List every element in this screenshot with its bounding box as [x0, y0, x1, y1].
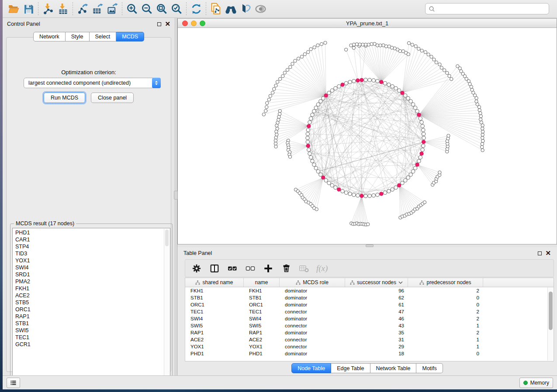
graph-node[interactable] [414, 106, 417, 110]
graph-node-mcds[interactable] [380, 80, 383, 84]
graph-node[interactable] [297, 57, 300, 60]
graph-node-mcds[interactable] [420, 152, 423, 155]
mcds-result-item[interactable]: TID3 [15, 250, 164, 257]
graph-node[interactable] [409, 100, 412, 103]
graph-node[interactable] [422, 136, 426, 140]
export-network-icon[interactable] [75, 2, 90, 16]
run-mcds-button[interactable]: Run MCDS [44, 93, 85, 103]
table-row[interactable]: ACE2ACE2connector311 [185, 336, 547, 343]
graph-node[interactable] [478, 109, 481, 112]
mcds-result-item[interactable]: GCR1 [15, 341, 164, 348]
zoom-in-icon[interactable] [125, 2, 139, 16]
graph-node[interactable] [376, 79, 379, 83]
mcds-result-item[interactable]: YOX1 [15, 257, 164, 264]
graph-node[interactable] [373, 42, 376, 45]
graph-node[interactable] [406, 96, 410, 100]
graph-node[interactable] [327, 181, 331, 185]
graph-node[interactable] [481, 148, 484, 151]
network-canvas[interactable] [178, 28, 557, 244]
graph-node-mcds[interactable] [324, 94, 328, 97]
graph-node[interactable] [419, 155, 422, 159]
graph-node[interactable] [481, 130, 484, 133]
graph-node[interactable] [311, 113, 314, 117]
graph-node[interactable] [456, 65, 459, 68]
graph-node[interactable] [274, 139, 277, 142]
graph-node[interactable] [269, 94, 272, 97]
graph-node[interactable] [412, 170, 415, 173]
mcds-result-item[interactable]: STB1 [15, 320, 164, 327]
graph-node[interactable] [311, 159, 314, 163]
graph-node[interactable] [330, 184, 334, 187]
graph-node[interactable] [267, 98, 270, 101]
graph-node[interactable] [315, 208, 318, 211]
zoom-selected-icon[interactable] [169, 2, 184, 16]
graph-node[interactable] [475, 100, 478, 103]
graph-node[interactable] [283, 71, 286, 74]
graph-node[interactable] [419, 117, 422, 120]
graph-node[interactable] [277, 115, 280, 118]
graph-node[interactable] [312, 110, 316, 113]
graph-node[interactable] [281, 75, 284, 78]
graph-node[interactable] [481, 127, 484, 130]
graph-node[interactable] [412, 103, 415, 106]
search-box[interactable] [425, 3, 549, 14]
graph-node[interactable] [314, 106, 318, 110]
graph-node-mcds[interactable] [417, 113, 421, 117]
graph-node[interactable] [422, 128, 425, 132]
find-icon[interactable] [223, 2, 238, 16]
mcds-result-item[interactable]: PHD1 [15, 229, 164, 236]
graph-node[interactable] [322, 96, 325, 100]
graph-node[interactable] [361, 43, 364, 46]
graph-node[interactable] [306, 140, 309, 144]
network-window-titlebar[interactable]: YPA_prune.txt_1 [178, 19, 557, 28]
graph-node[interactable] [471, 88, 474, 91]
graph-node[interactable] [330, 89, 334, 92]
graph-node[interactable] [266, 101, 269, 104]
search-input[interactable] [435, 4, 549, 13]
graph-node[interactable] [430, 55, 433, 58]
graph-node[interactable] [288, 155, 291, 158]
graph-node[interactable] [334, 186, 337, 189]
close-panel-icon[interactable]: ✕ [165, 22, 170, 26]
mcds-result-item[interactable]: SRD1 [15, 271, 164, 278]
graph-node[interactable] [368, 194, 371, 198]
deselect-all-icon[interactable] [245, 263, 256, 274]
graph-node[interactable] [481, 133, 484, 136]
graph-node[interactable] [479, 118, 482, 121]
table-scrollbar[interactable] [547, 287, 553, 361]
graph-node[interactable] [481, 145, 484, 148]
mcds-result-item[interactable]: STB5 [15, 299, 164, 306]
graph-node[interactable] [423, 201, 426, 204]
graph-node[interactable] [479, 112, 482, 115]
graph-node[interactable] [319, 173, 322, 176]
graph-node-mcds[interactable] [360, 194, 363, 198]
graph-node[interactable] [275, 124, 278, 127]
table-row[interactable]: STB1STB1dominator620 [185, 294, 547, 301]
mcds-result-item[interactable]: PMA2 [15, 278, 164, 285]
graph-node[interactable] [435, 61, 438, 64]
add-column-icon[interactable] [263, 263, 274, 274]
tab-node-table[interactable]: Node Table [291, 363, 331, 373]
table-row[interactable]: SWI5SWI5connector431 [185, 322, 547, 329]
delete-icon[interactable] [280, 263, 292, 274]
graph-node[interactable] [438, 171, 441, 174]
column-header-MCDS-role[interactable]: MCDS role [280, 278, 345, 287]
apply-layout-icon[interactable] [189, 2, 204, 16]
open-file-icon[interactable] [6, 2, 21, 16]
graph-node[interactable] [417, 159, 421, 163]
clone-network-icon[interactable] [208, 2, 223, 16]
graph-node[interactable] [407, 41, 410, 45]
close-panel-button[interactable]: Close panel [91, 93, 134, 103]
mcds-result-item[interactable]: ORC1 [15, 306, 164, 313]
graph-node[interactable] [420, 120, 423, 124]
graph-node[interactable] [368, 78, 371, 82]
graph-node[interactable] [306, 136, 309, 140]
graph-node[interactable] [319, 100, 322, 103]
graph-node[interactable] [320, 42, 323, 45]
graph-node[interactable] [309, 48, 312, 51]
graph-node[interactable] [411, 43, 414, 46]
graph-node[interactable] [262, 113, 265, 116]
graph-node[interactable] [443, 69, 446, 72]
graph-node[interactable] [275, 133, 278, 136]
export-table-icon[interactable] [90, 2, 105, 16]
